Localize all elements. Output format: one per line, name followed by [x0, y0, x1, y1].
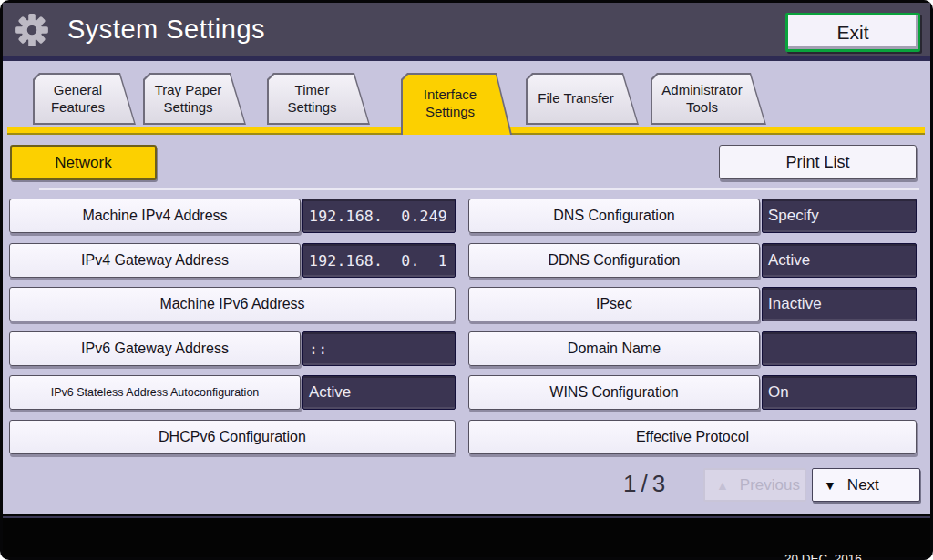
dns-configuration-value: Specify	[762, 199, 917, 233]
setting-row: Machine IPv4 Address 192.168. 0.249	[9, 199, 456, 233]
machine-ipv4-address-button[interactable]: Machine IPv4 Address	[9, 199, 301, 233]
wins-configuration-button[interactable]: WINS Configuration	[468, 375, 760, 410]
status-bar: 20 DEC 2016 13:01	[3, 516, 930, 557]
domain-name-value	[762, 331, 917, 366]
wins-configuration-value: On	[762, 375, 917, 410]
setting-row: IPv6 Stateless Address Autoconfiguration…	[9, 375, 456, 410]
ipsec-button[interactable]: IPsec	[468, 287, 760, 321]
page-title: System Settings	[67, 15, 265, 45]
next-label: Next	[847, 476, 879, 494]
previous-label: Previous	[740, 476, 800, 494]
domain-name-button[interactable]: Domain Name	[468, 331, 760, 366]
machine-ipv6-address-button[interactable]: Machine IPv6 Address	[9, 287, 456, 321]
ddns-configuration-button[interactable]: DDNS Configuration	[468, 243, 760, 278]
setting-row: Machine IPv6 Address	[9, 287, 456, 321]
device-screen: System Settings Exit General Features Tr…	[0, 0, 933, 560]
triangle-up-icon: ▲	[716, 478, 729, 493]
content-area: General Features Tray Paper Settings Tim…	[3, 61, 930, 514]
tab-interface-settings[interactable]: Interface Settings	[401, 73, 512, 135]
ipv6-stateless-autoconfiguration-value: Active	[302, 375, 456, 410]
ipv6-stateless-autoconfiguration-button[interactable]: IPv6 Stateless Address Autoconfiguration	[9, 375, 301, 410]
setting-row: DHCPv6 Configuration	[9, 420, 456, 454]
ipv4-gateway-address-value: 192.168. 0. 1	[302, 243, 456, 278]
page-indicator: 1/3	[623, 470, 670, 498]
tab-timer-settings[interactable]: Timer Settings	[267, 73, 370, 125]
tab-general-features[interactable]: General Features	[33, 73, 136, 125]
previous-page-button[interactable]: ▲ Previous	[703, 468, 806, 502]
exit-button[interactable]: Exit	[785, 13, 920, 52]
ipsec-value: Inactive	[762, 287, 917, 321]
effective-protocol-button[interactable]: Effective Protocol	[468, 420, 917, 454]
setting-row: IPv4 Gateway Address 192.168. 0. 1	[9, 243, 456, 278]
toolbar-separator	[39, 188, 919, 190]
tab-file-transfer[interactable]: File Transfer	[526, 73, 639, 125]
setting-row: Effective Protocol	[468, 420, 917, 454]
setting-row: Domain Name	[468, 331, 917, 366]
setting-row: IPsec Inactive	[468, 287, 917, 321]
date-time-display: 20 DEC 2016 13:01	[784, 523, 862, 560]
print-list-button[interactable]: Print List	[719, 145, 917, 179]
setting-row: WINS Configuration On	[468, 375, 917, 410]
setting-row: IPv6 Gateway Address ::	[9, 331, 456, 366]
triangle-down-icon: ▼	[824, 478, 836, 493]
gear-icon	[15, 13, 49, 47]
ddns-configuration-value: Active	[762, 243, 917, 278]
date-text: 20 DEC 2016	[784, 552, 862, 560]
tab-administrator-tools[interactable]: Administrator Tools	[651, 73, 766, 125]
setting-row: DDNS Configuration Active	[468, 243, 917, 278]
setting-row: DNS Configuration Specify	[468, 199, 917, 233]
ipv6-gateway-address-button[interactable]: IPv6 Gateway Address	[9, 331, 301, 366]
ipv6-gateway-address-value: ::	[302, 331, 456, 366]
network-button[interactable]: Network	[10, 145, 157, 180]
ipv4-gateway-address-button[interactable]: IPv4 Gateway Address	[9, 243, 301, 278]
machine-ipv4-address-value: 192.168. 0.249	[302, 199, 456, 233]
tab-tray-paper-settings[interactable]: Tray Paper Settings	[143, 73, 246, 125]
dhcpv6-configuration-button[interactable]: DHCPv6 Configuration	[9, 420, 456, 454]
next-page-button[interactable]: ▼ Next	[812, 468, 920, 502]
dns-configuration-button[interactable]: DNS Configuration	[468, 199, 760, 233]
